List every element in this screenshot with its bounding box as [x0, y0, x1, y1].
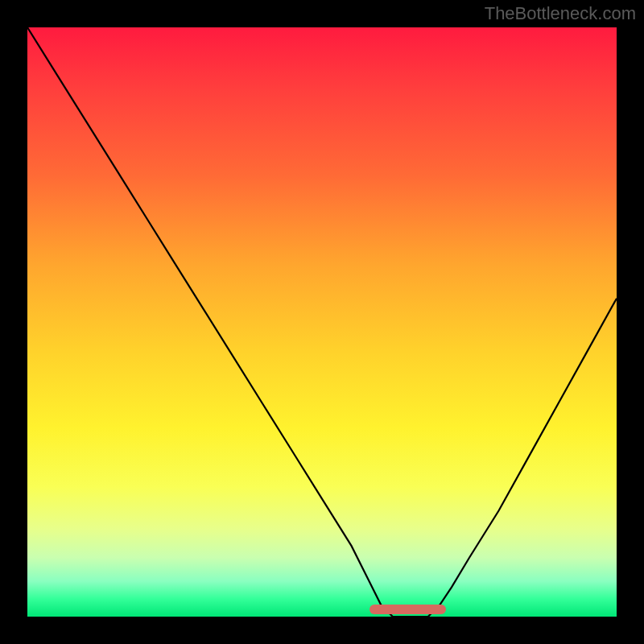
- bottleneck-curve: [27, 27, 617, 617]
- watermark-text: TheBottleneck.com: [485, 3, 636, 24]
- optimal-range-marker: [369, 605, 446, 614]
- chart-plot-area: [27, 27, 617, 617]
